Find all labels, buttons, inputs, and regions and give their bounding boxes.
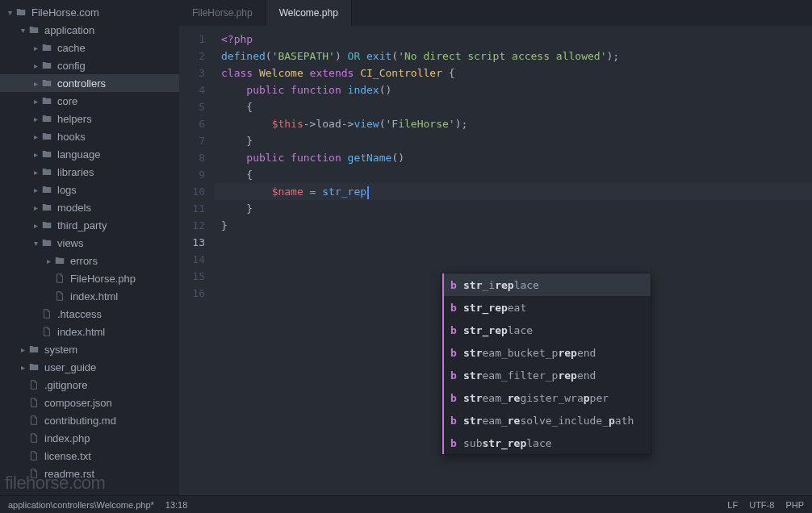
folder-icon	[40, 130, 53, 143]
chevron-right-icon[interactable]: ▸	[31, 186, 40, 194]
text-cursor	[367, 186, 369, 199]
tree-folder[interactable]: ▸helpers	[0, 110, 179, 127]
autocomplete-kind-badge: b	[442, 341, 463, 364]
file-icon	[40, 307, 53, 320]
tree-item-label: errors	[70, 255, 98, 267]
folder-icon	[40, 41, 53, 54]
tree-file[interactable]: contributing.md	[0, 411, 179, 429]
chevron-right-icon[interactable]: ▸	[31, 150, 40, 159]
chevron-right-icon[interactable]: ▸	[31, 79, 40, 88]
tree-file[interactable]: index.php	[0, 429, 179, 447]
tree-folder[interactable]: ▸libraries	[0, 163, 179, 181]
tree-item-label: .htaccess	[57, 308, 102, 320]
tree-file[interactable]: FileHorse.php	[0, 269, 179, 287]
tree-folder[interactable]: ▸models	[0, 198, 179, 216]
autocomplete-popup[interactable]: bstr_ireplacebstr_repeatbstr_replacebstr…	[442, 273, 651, 455]
code-line[interactable]: }	[215, 200, 812, 217]
tree-file[interactable]: index.html	[0, 287, 179, 305]
status-cursor-pos[interactable]: 13:18	[165, 500, 188, 510]
tree-folder[interactable]: ▸third_party	[0, 216, 179, 234]
tree-item-label: readme.rst	[44, 468, 94, 480]
tree-file[interactable]: .htaccess	[0, 305, 179, 323]
code-line[interactable]: }	[215, 132, 812, 149]
code-line[interactable]: public function index()	[215, 81, 812, 98]
file-icon	[53, 272, 66, 285]
file-icon	[53, 290, 66, 302]
chevron-right-icon[interactable]: ▸	[31, 115, 40, 123]
tree-file[interactable]: license.txt	[0, 447, 179, 465]
tree-item-label: libraries	[57, 166, 94, 178]
folder-icon	[40, 112, 53, 125]
tree-folder[interactable]: ▸core	[0, 92, 179, 110]
file-tree-sidebar[interactable]: ▾FileHorse.com▾application▸cache▸config▸…	[0, 0, 179, 495]
autocomplete-item[interactable]: bstr_ireplace	[442, 273, 651, 296]
tree-folder[interactable]: ▾views	[0, 234, 179, 252]
code-line[interactable]: public function getName()	[215, 149, 812, 166]
autocomplete-item[interactable]: bstr_replace	[442, 319, 651, 341]
tree-folder[interactable]: ▸user_guide	[0, 358, 179, 376]
folder-icon	[40, 77, 53, 90]
autocomplete-item[interactable]: bstream_register_wrapper	[442, 386, 651, 409]
tree-item-label: contributing.md	[44, 415, 116, 427]
tree-folder[interactable]: ▸cache	[0, 39, 179, 56]
code-line[interactable]: class Welcome extends CI_Controller {	[215, 65, 812, 81]
tree-item-label: language	[57, 148, 101, 161]
editor-tab[interactable]: Welcome.php	[266, 0, 352, 26]
tree-folder[interactable]: ▸config	[0, 56, 179, 74]
file-icon	[27, 414, 40, 427]
chevron-right-icon[interactable]: ▸	[18, 363, 27, 372]
chevron-right-icon[interactable]: ▸	[18, 345, 27, 354]
tree-file[interactable]: readme.rst	[0, 465, 179, 482]
status-line-ending[interactable]: LF	[727, 500, 738, 510]
tree-folder[interactable]: ▸hooks	[0, 127, 179, 145]
code-line[interactable]: $name = str_rep	[215, 183, 812, 200]
chevron-right-icon[interactable]: ▸	[31, 97, 40, 106]
autocomplete-item[interactable]: bstream_filter_prepend	[442, 364, 651, 386]
autocomplete-kind-badge: b	[442, 432, 463, 454]
chevron-right-icon[interactable]: ▸	[31, 61, 40, 70]
code-editor[interactable]: 12345678910111213141516 <?phpdefined('BA…	[179, 26, 812, 495]
autocomplete-label: stream_filter_prepend	[463, 367, 596, 384]
tree-file[interactable]: index.html	[0, 323, 179, 340]
code-line[interactable]: defined('BASEPATH') OR exit('No direct s…	[215, 48, 812, 65]
autocomplete-kind-badge: b	[442, 273, 463, 296]
tree-folder[interactable]: ▸system	[0, 340, 179, 358]
code-line[interactable]: <?php	[215, 31, 812, 48]
tree-folder[interactable]: ▸controllers	[0, 74, 179, 92]
tree-file[interactable]: .gitignore	[0, 376, 179, 394]
autocomplete-item[interactable]: bstr_repeat	[442, 296, 651, 319]
code-line[interactable]: $this->load->view('FileHorse');	[215, 115, 812, 132]
status-bar: application\controllers\Welcome.php* 13:…	[0, 495, 812, 513]
tree-folder[interactable]: ▾FileHorse.com	[0, 3, 179, 21]
tree-item-label: logs	[57, 184, 77, 196]
chevron-right-icon[interactable]: ▸	[31, 203, 40, 212]
folder-icon	[40, 201, 53, 214]
autocomplete-item[interactable]: bsubstr_replace	[442, 432, 651, 454]
autocomplete-item[interactable]: bstream_bucket_prepend	[442, 341, 651, 364]
tree-folder[interactable]: ▸language	[0, 145, 179, 163]
tree-folder[interactable]: ▸errors	[0, 252, 179, 269]
code-line[interactable]: {	[215, 98, 812, 115]
tree-item-label: .gitignore	[44, 379, 87, 391]
tree-file[interactable]: composer.json	[0, 394, 179, 411]
tree-item-label: user_guide	[44, 361, 96, 373]
tree-folder[interactable]: ▸logs	[0, 181, 179, 198]
chevron-down-icon[interactable]: ▾	[18, 26, 27, 35]
chevron-right-icon[interactable]: ▸	[31, 168, 40, 177]
folder-icon	[40, 148, 53, 161]
chevron-down-icon[interactable]: ▾	[31, 239, 40, 248]
status-language[interactable]: PHP	[785, 500, 804, 510]
editor-tab[interactable]: FileHorse.php	[179, 0, 266, 26]
status-encoding[interactable]: UTF-8	[749, 500, 774, 510]
autocomplete-label: str_replace	[463, 322, 533, 339]
tree-folder[interactable]: ▾application	[0, 21, 179, 39]
chevron-right-icon[interactable]: ▸	[31, 132, 40, 141]
chevron-right-icon[interactable]: ▸	[31, 221, 40, 230]
code-line[interactable]: }	[215, 217, 812, 234]
chevron-right-icon[interactable]: ▸	[44, 256, 53, 265]
chevron-down-icon[interactable]: ▾	[5, 8, 15, 17]
code-line[interactable]: {	[215, 166, 812, 183]
autocomplete-item[interactable]: bstream_resolve_include_path	[442, 409, 651, 432]
status-path[interactable]: application\controllers\Welcome.php*	[8, 500, 154, 510]
chevron-right-icon[interactable]: ▸	[31, 44, 40, 52]
